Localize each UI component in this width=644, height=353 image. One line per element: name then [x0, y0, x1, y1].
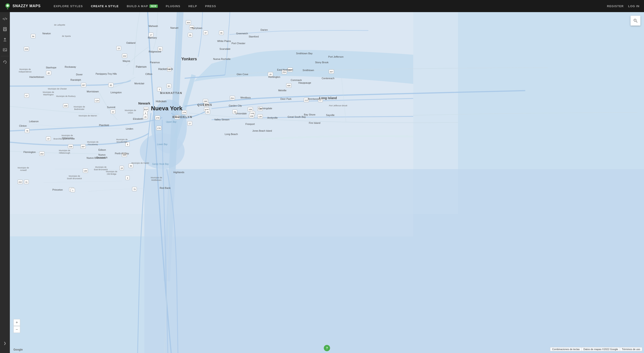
svg-text:22: 22 [47, 138, 50, 140]
svg-text:206: 206 [69, 146, 72, 148]
svg-text:9A: 9A [159, 48, 161, 50]
zoom-out-button[interactable]: − [14, 326, 20, 333]
svg-text:Clifton: Clifton [145, 73, 152, 75]
login-link[interactable]: Log in [628, 5, 640, 8]
svg-text:95: 95 [189, 34, 191, 36]
svg-text:Smithtown Bay: Smithtown Bay [296, 52, 312, 55]
nav-plugins[interactable]: PLUGINS [162, 0, 184, 12]
svg-text:80: 80 [110, 84, 112, 86]
svg-text:Port Jefferson Brook: Port Jefferson Brook [329, 105, 348, 107]
nav-press[interactable]: PRESS [201, 0, 220, 12]
svg-text:Municipio de Hazlet: Municipio de Hazlet [132, 162, 149, 164]
code-button[interactable] [0, 14, 10, 24]
svg-text:78: 78 [26, 130, 28, 132]
svg-text:Municipio de: Municipio de [20, 68, 31, 70]
svg-text:Red Bank: Red Bank [160, 187, 171, 189]
sidebar-collapse-button[interactable]: ❯ [0, 338, 10, 348]
code-icon [3, 17, 7, 21]
map-svg[interactable]: 95 287 287 78 80 206 206 206 9W 303 17 4… [10, 12, 644, 353]
svg-text:22: 22 [112, 111, 114, 113]
svg-text:Municipio de: Municipio de [43, 91, 54, 93]
svg-point-252 [634, 19, 636, 21]
svg-text:Municipio de: Municipio de [87, 141, 98, 143]
logo[interactable]: SNAZZY MAPS [4, 3, 40, 9]
svg-text:Amityville: Amityville [267, 116, 278, 119]
svg-text:278: 278 [182, 112, 186, 114]
svg-text:Ridgewood: Ridgewood [148, 50, 161, 53]
zoom-in-button[interactable]: + [14, 319, 20, 326]
image-button[interactable] [0, 45, 10, 55]
svg-text:Dover: Dover [76, 73, 83, 76]
nav-explore-styles[interactable]: EXPLORE STYLES [50, 0, 87, 12]
svg-text:Piscataway: Piscataway [88, 143, 98, 146]
svg-text:95: 95 [220, 32, 222, 34]
svg-text:Long Beach: Long Beach [225, 133, 238, 135]
help-button[interactable]: ? [324, 345, 330, 351]
svg-marker-2 [7, 8, 8, 9]
svg-text:Perth Amboy: Perth Amboy [115, 152, 129, 155]
svg-text:Middletown: Middletown [151, 179, 162, 181]
svg-text:106: 106 [250, 115, 253, 117]
refresh-icon [3, 60, 7, 64]
newark-label: Newark [138, 101, 150, 105]
map-search-button[interactable] [630, 16, 640, 26]
svg-text:Montclair: Montclair [134, 82, 144, 85]
svg-text:Municipio de Roxbury: Municipio de Roxbury [56, 95, 76, 97]
svg-text:Oakland: Oakland [126, 42, 136, 44]
svg-text:206: 206 [64, 105, 67, 107]
svg-text:295: 295 [204, 100, 207, 103]
svg-line-3 [4, 18, 6, 20]
svg-text:Farmingdale: Farmingdale [258, 107, 272, 110]
keyboard-shortcuts[interactable]: Combinaciones de teclas [550, 347, 582, 351]
svg-text:Princeton: Princeton [52, 188, 63, 191]
svg-text:Summit: Summit [107, 106, 115, 109]
svg-text:Uniondale: Uniondale [236, 112, 247, 115]
nav-help[interactable]: HELP [184, 0, 201, 12]
save-button[interactable] [0, 24, 10, 34]
svg-text:Lower Bay: Lower Bay [157, 143, 168, 146]
svg-text:Greenwich: Greenwich [236, 32, 248, 35]
svg-text:Municipio de: Municipio de [59, 149, 70, 152]
nav-build-map[interactable]: BUILD A MAP NEW [123, 0, 162, 12]
svg-text:Ramsey: Ramsey [148, 36, 157, 39]
svg-text:Stamford: Stamford [249, 35, 259, 38]
svg-text:Hoboken: Hoboken [156, 100, 166, 103]
svg-text:278: 278 [156, 117, 159, 119]
svg-text:Parsippany-Troy Hills: Parsippany-Troy Hills [96, 73, 117, 75]
svg-text:Nueva Rochelle: Nueva Rochelle [213, 58, 230, 60]
svg-text:de Sparta: de Sparta [62, 35, 70, 37]
logo-icon [4, 3, 11, 9]
svg-text:9: 9 [127, 177, 128, 179]
svg-text:Nanuet: Nanuet [170, 27, 178, 29]
new-badge: NEW [150, 5, 158, 8]
register-link[interactable]: Register [607, 5, 624, 8]
svg-text:25: 25 [269, 73, 272, 76]
svg-text:9A: 9A [168, 85, 170, 87]
nav-create-style[interactable]: CREATE A STYLE [87, 0, 123, 12]
svg-text:9: 9 [127, 143, 128, 146]
upload-button[interactable] [0, 35, 10, 44]
svg-text:Brunswick: Brunswick [96, 156, 108, 159]
logo-text: SNAZZY MAPS [12, 4, 40, 8]
svg-text:46: 46 [48, 72, 50, 74]
svg-text:Municipio de Chester: Municipio de Chester [48, 88, 67, 90]
svg-text:206: 206 [25, 48, 28, 50]
svg-text:Glen Cove: Glen Cove [237, 73, 248, 76]
svg-text:Stony Brook: Stony Brook [315, 61, 328, 64]
svg-text:111: 111 [304, 99, 308, 101]
map-data-credit[interactable]: Datos de mapas ©2022 Google [582, 347, 620, 351]
google-logo: Google [14, 348, 23, 351]
svg-text:Sandy Hook Bay: Sandy Hook Bay [152, 163, 169, 165]
svg-text:Paterson: Paterson [136, 65, 146, 68]
svg-text:Municipio de: Municipio de [116, 138, 128, 141]
svg-text:Port Chester: Port Chester [232, 42, 245, 45]
terms-credit[interactable]: Términos de uso [620, 347, 642, 351]
svg-text:Randolph: Randolph [70, 79, 81, 81]
upload-icon [3, 37, 7, 42]
svg-text:South Brunswick: South Brunswick [67, 177, 82, 180]
refresh-button[interactable] [0, 57, 10, 67]
svg-text:9: 9 [145, 112, 146, 114]
svg-text:Fire Island: Fire Island [309, 122, 320, 124]
svg-text:130: 130 [84, 170, 87, 172]
svg-text:27: 27 [189, 122, 191, 125]
